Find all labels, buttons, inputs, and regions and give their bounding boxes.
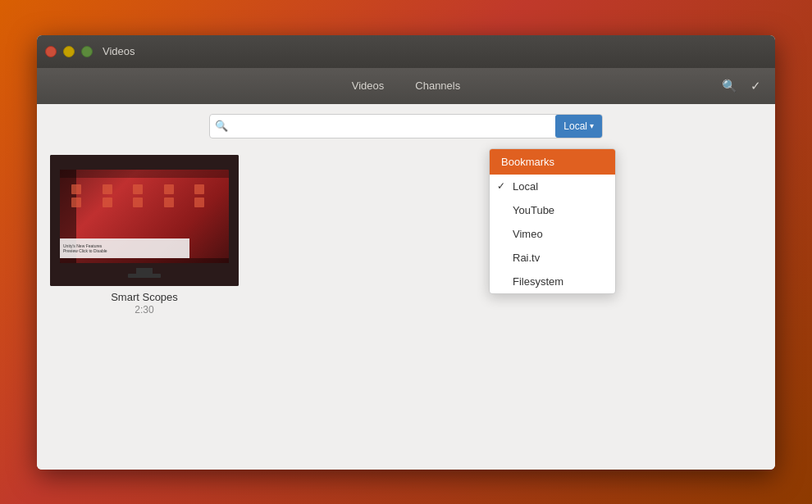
thumb-inner: Unity's New FeaturesPreview Click to Dis… [50, 155, 239, 286]
thumb-banner-text: Unity's New FeaturesPreview Click to Dis… [63, 243, 107, 253]
videos-grid: Unity's New FeaturesPreview Click to Dis… [50, 152, 762, 319]
search-container: 🔍 Local Bookmarks Local YouTube Vimeo [209, 114, 603, 138]
source-dropdown: Bookmarks Local YouTube Vimeo Rai.tv Fil… [489, 148, 616, 294]
thumb-icon-dot [71, 184, 81, 194]
thumb-icon-dot [194, 198, 204, 207]
maximize-button[interactable] [81, 46, 93, 57]
dropdown-item-filesystem[interactable]: Filesystem [490, 270, 615, 293]
thumb-bottom [60, 258, 229, 263]
dropdown-header: Bookmarks [490, 149, 615, 175]
thumb-icon-dot [164, 198, 174, 207]
search-icon: 🔍 [722, 79, 737, 93]
thumb-icon-dot [194, 184, 204, 194]
toolbar-tabs: Videos Channels [337, 75, 475, 97]
dropdown-item-raitv[interactable]: Rai.tv [490, 246, 615, 270]
thumb-monitor-base [128, 274, 161, 278]
tab-videos[interactable]: Videos [337, 75, 399, 97]
toolbar-right: 🔍 ✓ [718, 75, 767, 98]
dropdown-item-local[interactable]: Local [490, 175, 615, 198]
minimize-button[interactable] [63, 46, 75, 57]
local-dropdown-button[interactable]: Local [555, 115, 602, 138]
thumb-icon-dot [164, 184, 174, 194]
main-window: Videos Videos Channels 🔍 ✓ 🔍 Local [37, 35, 775, 470]
search-button[interactable]: 🔍 [718, 75, 741, 98]
search-bar-row: 🔍 Local Bookmarks Local YouTube Vimeo [50, 114, 762, 138]
video-thumbnail: Unity's New FeaturesPreview Click to Dis… [50, 155, 239, 286]
check-icon: ✓ [750, 79, 761, 93]
thumb-icon-dot [71, 198, 81, 207]
toolbar: Videos Channels 🔍 ✓ [37, 68, 775, 104]
dropdown-item-youtube[interactable]: YouTube [490, 198, 615, 222]
thumb-icon-dot [103, 184, 112, 194]
thumb-icons [68, 181, 226, 211]
window-title: Videos [103, 45, 135, 57]
content-area: 🔍 Local Bookmarks Local YouTube Vimeo [37, 104, 775, 470]
search-input[interactable] [209, 114, 603, 138]
dropdown-item-vimeo[interactable]: Vimeo [490, 222, 615, 246]
thumb-icon-dot [133, 184, 143, 194]
video-item[interactable]: Unity's New FeaturesPreview Click to Dis… [50, 155, 239, 316]
thumb-icon-dot [133, 198, 143, 207]
thumb-icon-dot [103, 198, 112, 207]
titlebar: Videos [37, 35, 775, 68]
thumb-banner: Unity's New FeaturesPreview Click to Dis… [60, 238, 189, 258]
tab-channels[interactable]: Channels [400, 75, 475, 97]
close-button[interactable] [45, 46, 57, 57]
video-title: Smart Scopes [111, 291, 178, 303]
confirm-button[interactable]: ✓ [744, 75, 767, 98]
search-icon-wrap: 🔍 [215, 120, 228, 132]
thumb-topbar [60, 170, 229, 178]
video-duration: 2:30 [135, 304, 153, 316]
